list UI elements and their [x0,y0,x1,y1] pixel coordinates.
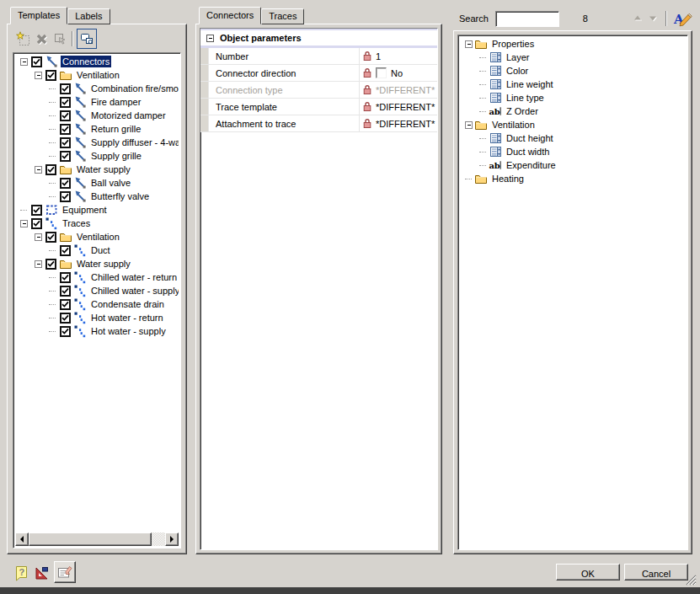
expander-icon[interactable] [35,166,44,174]
rename-property-icon[interactable]: A [671,9,693,28]
tree-item-label[interactable]: Ball valve [89,177,132,189]
scroll-right-icon[interactable] [165,532,179,546]
preview-toggle-icon[interactable] [77,29,97,49]
resize-grip[interactable] [684,573,697,586]
tree-item-label[interactable]: Properties [490,38,536,50]
search-input[interactable] [495,11,559,27]
value-text[interactable]: *DIFFERENT* [376,119,435,129]
checkbox[interactable] [31,205,42,216]
tree-item[interactable]: Hot water - supply [15,324,179,338]
tree-item[interactable]: Heating [460,172,686,185]
checkbox[interactable] [45,232,56,243]
tree-item-label[interactable]: Condensate drain [89,298,166,310]
expander-icon[interactable] [20,220,29,227]
expander-icon[interactable] [35,233,44,241]
tree-item-label[interactable]: Chilled water - supply [89,285,179,297]
tree-item[interactable]: Traces [15,217,179,230]
tree-item[interactable]: Motorized damper [15,109,179,122]
tree-item-label[interactable]: Duct width [505,146,551,158]
property-value[interactable]: *DIFFERENT* [360,82,437,98]
tree-item[interactable]: Butterfly valve [15,190,179,203]
tree-item-label[interactable]: Water supply [75,258,132,270]
search-prev-icon[interactable] [630,11,645,26]
property-value[interactable]: *DIFFERENT* [360,115,437,131]
new-template-icon[interactable] [13,29,32,48]
checkbox[interactable] [31,56,42,67]
tree-item[interactable]: Fire damper [15,95,179,109]
ok-button[interactable]: OK [556,564,620,581]
checkbox[interactable] [60,151,71,162]
tree-item[interactable]: Water supply [15,257,179,270]
expander-icon[interactable] [35,72,44,79]
tree-item[interactable]: Duct [15,243,179,257]
expander-icon[interactable] [20,58,29,66]
checkbox[interactable] [60,137,71,148]
help-icon[interactable]: ? [13,565,30,583]
tree-item-label[interactable]: Supply grille [89,150,143,162]
value-text[interactable]: *DIFFERENT* [376,85,435,95]
tab-traces[interactable]: Traces [261,8,304,24]
checkbox[interactable] [60,178,71,189]
tree-item[interactable]: Connectors [15,55,179,68]
checkbox[interactable] [31,218,42,229]
tree-item-label[interactable]: Ventilation [75,231,121,243]
horizontal-scrollbar[interactable] [15,532,179,546]
tree-item[interactable]: Line type [460,91,686,104]
property-value[interactable]: 1 [360,48,437,64]
tree-item-label[interactable]: Ventilation [490,119,537,131]
expander-icon[interactable] [465,121,474,129]
collapse-icon[interactable] [206,35,214,42]
tree-item[interactable]: Layer [460,51,686,64]
expander-icon[interactable] [465,40,474,48]
tree-item-label[interactable]: Line type [505,92,546,104]
tree-item-label[interactable]: Supply diffuser - 4-wa [89,136,179,148]
tree-item[interactable]: Combination fire/smo [15,82,179,95]
tree-item[interactable]: Duct width [460,145,686,158]
tree-item[interactable]: Duct height [460,131,686,145]
scroll-left-icon[interactable] [15,532,29,546]
checkbox[interactable] [60,245,71,256]
tab-labels[interactable]: Labels [67,8,110,24]
tree-item[interactable]: Line weight [460,78,686,91]
checkbox[interactable] [60,313,71,324]
tree-item[interactable]: abExpenditure [460,158,686,172]
tree-item-label[interactable]: Color [505,65,530,77]
value-text[interactable]: No [391,68,403,78]
checkbox[interactable] [60,272,71,283]
tree-item[interactable]: Condensate drain [15,297,179,311]
tab-templates[interactable]: Templates [10,7,67,24]
tree-item[interactable]: Ball valve [15,176,179,190]
tree-item-label[interactable]: Equipment [61,204,109,216]
tree-item[interactable]: Supply grille [15,149,179,163]
delete-template-icon[interactable] [32,29,51,48]
tree-item[interactable]: abZ Order [460,104,686,118]
checkbox[interactable] [60,326,71,337]
cad-standard-icon[interactable] [33,563,51,583]
value-text[interactable]: 1 [376,51,381,62]
checkbox[interactable] [60,83,71,94]
expander-icon[interactable] [35,260,44,268]
tree-item-label[interactable]: Chilled water - return [89,271,179,283]
checkbox[interactable] [60,299,71,310]
tree-item[interactable]: Supply diffuser - 4-wa [15,136,179,149]
tree-item-label[interactable]: Layer [505,51,532,63]
tree-item-label[interactable]: Combination fire/smo [89,83,179,94]
tree-item[interactable]: Ventilation [460,118,686,131]
tree-item[interactable]: Equipment [15,203,179,217]
property-value[interactable]: *DIFFERENT* [360,99,437,115]
tree-item[interactable]: Ventilation [15,68,179,82]
tree-item[interactable]: Return grille [15,122,179,136]
scrollbar-thumb[interactable] [29,532,152,546]
tab-connectors[interactable]: Connectors [199,7,261,24]
tree-item-label[interactable]: Return grille [89,123,142,135]
tree-item[interactable]: Water supply [15,163,179,176]
tree-item-label[interactable]: Duct [89,244,112,256]
checkbox[interactable] [60,124,71,135]
tree-item-label[interactable]: Hot water - return [89,312,165,324]
checkbox[interactable] [60,191,71,202]
tree-item-label[interactable]: Traces [61,217,92,229]
tree-item[interactable]: Properties [460,37,686,51]
tree-item[interactable]: Hot water - return [15,311,179,324]
value-text[interactable]: *DIFFERENT* [376,102,435,112]
checkbox[interactable] [45,259,56,270]
